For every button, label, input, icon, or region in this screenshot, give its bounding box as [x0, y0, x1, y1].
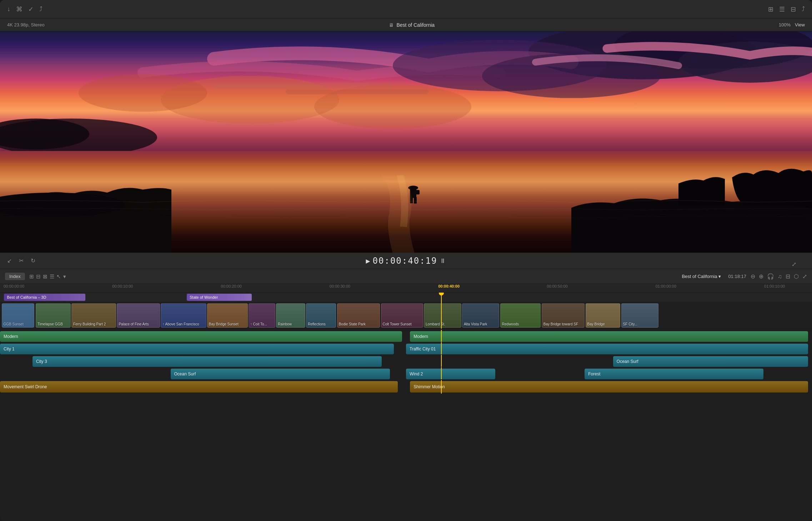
audio-playhead-5 [441, 380, 442, 394]
playback-bar-inner: ↙ ✂ ↻ ▶ 00:00:40:19 ⏸ ⤢ [0, 256, 812, 266]
viewer-topbar: 4K 23.98p, Stereo 🖥 Best of California 1… [0, 19, 812, 31]
solo-icon[interactable]: ♫ [778, 273, 782, 280]
clip-above-san-francisco[interactable]: ↑ Above San Francisco [161, 303, 206, 328]
clip-colt-tower-sunset[interactable]: Colt Tower Sunset [381, 303, 423, 328]
playhead [441, 293, 442, 302]
tool-blade[interactable]: ✂ [19, 257, 24, 264]
clip-tool-select[interactable]: ↖ [56, 273, 61, 280]
clip-display-group: ⊞ ⊟ ⊠ ☰ ↖ ▾ [29, 273, 66, 280]
audio-playhead-4 [441, 367, 442, 379]
svg-rect-10 [214, 83, 393, 89]
clip-display-icon-4[interactable]: ☰ [50, 273, 54, 280]
audio-track-music-4: Ocean Surf Wind 2 Forest [0, 367, 812, 379]
clip-bay-bridge-toward-sf[interactable]: Bay Bridge toward SF [542, 303, 585, 328]
svg-point-4 [79, 74, 207, 112]
story-clip-2[interactable]: State of Wonder [187, 294, 252, 301]
audio-clip-shimmer-motion[interactable]: Shimmer Motion [410, 381, 808, 393]
clips-playhead [441, 302, 442, 329]
clip-tool-expand[interactable]: ▾ [63, 273, 66, 280]
key-icon[interactable]: ⌘ [16, 5, 22, 13]
audio-clip-wind2[interactable]: Wind 2 [406, 369, 495, 379]
clip-bay-bridge[interactable]: Bay Bridge [586, 303, 621, 328]
grid-icon[interactable]: ⊞ [768, 5, 773, 13]
audio-clip-forest[interactable]: Forest [585, 369, 763, 379]
clip-lombard-st[interactable]: Lombard St. [424, 303, 461, 328]
index-button[interactable]: Index [5, 273, 25, 280]
timeline-content: 00:00:00:00 00:00:10:00 00:00:20:00 00:0… [0, 284, 812, 521]
import-icon[interactable]: ↓ [7, 5, 10, 13]
view-button[interactable]: View [795, 22, 805, 27]
sliders-icon[interactable]: ⊟ [791, 5, 796, 13]
timeline-right-icons: ⊖ ⊕ 🎧 ♫ ⊟ ⬡ ⤢ [751, 273, 807, 280]
playhead-head [439, 293, 444, 295]
story-clip-1[interactable]: Best of California – 3D [4, 294, 85, 301]
zoom-out-icon[interactable]: ⊖ [751, 273, 755, 280]
connection-icon[interactable]: ⬡ [794, 273, 799, 280]
ruler-mark-3: 00:00:30:00 [330, 284, 350, 288]
playback-bar: ↙ ✂ ↻ ▶ 00:00:40:19 ⏸ ⤢ [0, 253, 812, 269]
clip-coit-tower[interactable]: ↑ Coit To... [249, 303, 275, 328]
audio-clip-city3[interactable]: City 3 [32, 356, 382, 367]
headphones-icon[interactable]: 🎧 [767, 273, 774, 280]
zoom-level[interactable]: 100% [779, 22, 791, 27]
audio-clip-city1[interactable]: City 1 [0, 344, 394, 354]
timeline-ruler: 00:00:00:00 00:00:10:00 00:00:20:00 00:0… [0, 284, 812, 293]
tool-transform[interactable]: ↻ [31, 257, 35, 264]
audio-clip-movement-swirl[interactable]: Movement Swirl Drone [0, 381, 398, 393]
clip-redwoods[interactable]: Redwoods [500, 303, 541, 328]
expand-icon[interactable]: ⤢ [802, 273, 807, 280]
clip-ggb-sunset[interactable]: GGB Sunset [2, 303, 34, 328]
clip-rainbow[interactable]: Rainbow [276, 303, 305, 328]
ruler-mark-4: 00:00:40:00 [438, 284, 460, 288]
play-button[interactable]: ▶ [366, 257, 371, 265]
export-icon[interactable]: ⤴ [39, 5, 42, 13]
list-icon[interactable]: ☰ [779, 5, 785, 13]
audio-clip-modern-1[interactable]: Modern [0, 331, 402, 342]
audio-clip-ocean-surf-right[interactable]: Ocean Surf [613, 356, 808, 367]
audio-clip-traffic-city[interactable]: Traffic City 01 [406, 344, 808, 354]
clip-alta-vista-park[interactable]: Alta Vista Park [462, 303, 500, 328]
viewer-canvas [0, 31, 812, 253]
clip-display-icon-2[interactable]: ⊟ [36, 273, 41, 280]
skimmer-icon[interactable]: ⊟ [786, 273, 790, 280]
zoom-in-icon[interactable]: ⊕ [759, 273, 763, 280]
audio-track-music-2: City 1 Traffic City 01 [0, 342, 812, 354]
timecode: 00:00:40:19 [373, 256, 437, 266]
ruler-mark-1: 00:00:10:00 [112, 284, 133, 288]
viewer-topbar-right: 100% View [779, 22, 805, 27]
viewer-topbar-center: 🖥 Best of California [45, 22, 779, 28]
clip-reflections[interactable]: Reflections [306, 303, 336, 328]
share-icon[interactable]: ⤴ [802, 5, 805, 13]
timecode-display: ▶ 00:00:40:19 ⏸ [366, 256, 446, 266]
clip-timelapse-ggb[interactable]: Timelapse GGB [36, 303, 71, 328]
ruler-mark-2: 00:00:20:00 [221, 284, 242, 288]
clip-palace-fine-arts[interactable]: Palace of Fine Arts [117, 303, 160, 328]
title-bar: ↓ ⌘ ✓ ⤴ ⊞ ☰ ⊟ ⤴ [0, 0, 812, 19]
viewer-specs: 4K 23.98p, Stereo [7, 22, 45, 27]
fullscreen-button[interactable]: ⤢ [792, 261, 796, 268]
clip-bodie-state-park[interactable]: Bodie State Park [337, 303, 380, 328]
clip-bay-bridge-sunset[interactable]: Bay Bridge Sunset [207, 303, 248, 328]
clip-display-icon-1[interactable]: ⊞ [29, 273, 34, 280]
audio-clip-ocean-surf[interactable]: Ocean Surf [171, 369, 390, 379]
app-window: ↓ ⌘ ✓ ⤴ ⊞ ☰ ⊟ ⤴ 4K 23.98p, Stereo 🖥 Best… [0, 0, 812, 521]
audio-tracks-container: Modern Modern City 1 Traffic City 01 [0, 329, 812, 521]
tool-select[interactable]: ↙ [7, 257, 12, 264]
clip-ferry-building[interactable]: Ferry Building Part 2 [71, 303, 116, 328]
pause-button[interactable]: ⏸ [440, 257, 446, 264]
timeline-duration: 01:18:17 [728, 274, 746, 279]
svg-rect-11 [286, 90, 428, 94]
timeline-toolbar: Index ⊞ ⊟ ⊠ ☰ ↖ ▾ Best of California ▾ 0… [0, 269, 812, 284]
audio-clip-modern-2[interactable]: Modern [410, 331, 808, 342]
check-icon[interactable]: ✓ [28, 5, 34, 13]
audio-track-music-3: City 3 Ocean Surf [0, 355, 812, 367]
clip-sf-city[interactable]: SF City... [621, 303, 659, 328]
ruler-mark-5: 00:00:50:00 [547, 284, 567, 288]
title-bar-left: ↓ ⌘ ✓ ⤴ [7, 5, 42, 13]
timeline-project-name[interactable]: Best of California ▾ [682, 274, 721, 279]
clip-display-icon-3[interactable]: ⊠ [43, 273, 47, 280]
audio-track-ambience: Movement Swirl Drone Shimmer Motion [0, 380, 812, 394]
project-title: Best of California [397, 22, 435, 28]
clips-track: GGB Sunset Timelapse GGB Ferry Building … [0, 302, 812, 329]
ruler-mark-0: 00:00:00:00 [4, 284, 24, 288]
